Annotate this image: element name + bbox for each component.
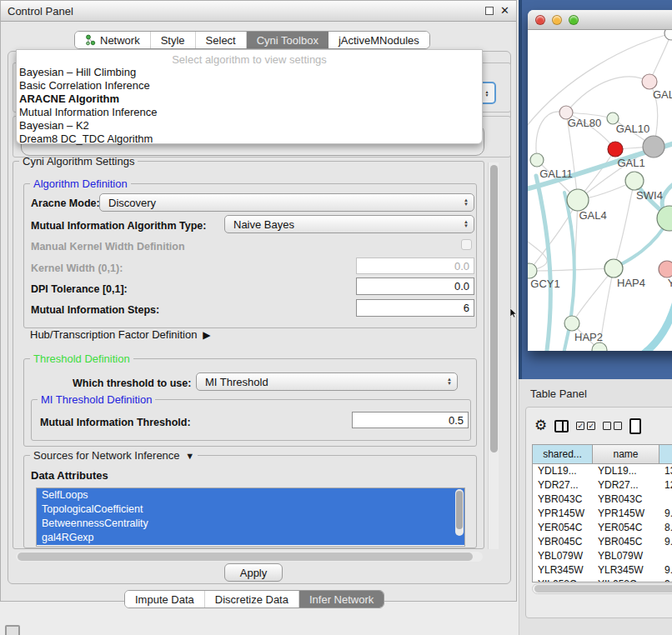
control-panel-tabs: NetworkStyleSelectCyni ToolboxjActiveMNo… bbox=[74, 31, 430, 49]
table-subpanel: ⚙ shared...name YDL19...YDL19...13YDR27.… bbox=[525, 407, 672, 618]
apply-button[interactable]: Apply bbox=[224, 563, 283, 582]
table-row[interactable]: YBL079WYBL079W bbox=[533, 549, 672, 563]
mi-threshold-field[interactable]: 0.5 bbox=[352, 412, 469, 428]
gear-icon[interactable]: ⚙ bbox=[534, 418, 547, 433]
mi-steps-label: Mutual Information Steps: bbox=[31, 304, 159, 316]
node-label-gal4: GAL4 bbox=[579, 209, 606, 222]
table-panel-section: Table Panel ⚙ shared...name YDL19...YDL1… bbox=[519, 379, 672, 635]
network-node-8[interactable] bbox=[567, 189, 589, 211]
checked-pair-icon[interactable] bbox=[576, 422, 595, 430]
threshold-definition-title: Threshold Definition bbox=[30, 352, 133, 365]
split-columns-icon[interactable] bbox=[554, 420, 569, 432]
node-label-gal80: GAL80 bbox=[568, 117, 601, 129]
minimize-traffic-light[interactable] bbox=[552, 15, 562, 25]
mi-type-select[interactable]: Naive Bayes ▲▼ bbox=[224, 215, 474, 233]
mi-type-label: Mutual Information Algorithm Type: bbox=[31, 220, 206, 232]
algorithm-option-aracne-algorithm[interactable]: ARACNE Algorithm bbox=[17, 92, 482, 106]
close-traffic-light[interactable] bbox=[535, 15, 545, 25]
table-row[interactable]: YBR045CYBR045C9. bbox=[533, 535, 672, 549]
algorithm-definition-title: Algorithm Definition bbox=[30, 178, 131, 190]
network-node-11[interactable] bbox=[604, 259, 623, 278]
table-row[interactable]: YLR345WYLR345W9. bbox=[533, 563, 672, 578]
aracne-mode-select[interactable]: Discovery ▲▼ bbox=[99, 193, 474, 212]
network-node-0[interactable] bbox=[664, 30, 672, 40]
hub-definition-toggle[interactable]: Hub/Transcription Factor Definition ▶ bbox=[30, 328, 211, 341]
unchecked-pair-icon[interactable] bbox=[603, 422, 622, 430]
network-node-6[interactable] bbox=[530, 153, 544, 167]
table-row[interactable]: YER054CYER054C8. bbox=[533, 521, 672, 535]
tab-jactivemnodules[interactable]: jActiveMNodules bbox=[328, 32, 429, 48]
network-window[interactable]: GALGAL80GAL10GAL1GAL11SWI4GAL4GCY1HAP4YH… bbox=[528, 10, 672, 351]
zoom-traffic-light[interactable] bbox=[569, 15, 579, 25]
data-attributes-label: Data Attributes bbox=[31, 469, 108, 482]
bottom-tabs: Impute DataDiscretize DataInfer Network bbox=[124, 590, 384, 608]
node-label-swi4: SWI4 bbox=[636, 189, 663, 202]
attribute-item-selfloops[interactable]: SelfLoops bbox=[37, 488, 464, 502]
table-row[interactable]: YBR043CYBR043C bbox=[533, 492, 672, 507]
network-graph: GALGAL80GAL10GAL1GAL11SWI4GAL4GCY1HAP4YH… bbox=[528, 30, 672, 351]
table-toolbar: ⚙ bbox=[534, 416, 641, 436]
manual-kernel-checkbox[interactable] bbox=[461, 239, 472, 250]
tab-infer-network[interactable]: Infer Network bbox=[299, 591, 384, 608]
attribute-item-betweennesscentrality[interactable]: BetweennessCentrality bbox=[37, 517, 464, 531]
tab-network[interactable]: Network bbox=[75, 32, 151, 48]
attribute-item-topologicalcoefficient[interactable]: TopologicalCoefficient bbox=[37, 502, 464, 517]
table-row[interactable]: YDR27...YDR27...12 bbox=[533, 478, 672, 492]
collapse-down-icon[interactable]: ▼ bbox=[183, 451, 194, 461]
table-row[interactable]: YPR145WYPR145W9. bbox=[533, 507, 672, 521]
network-node-10[interactable] bbox=[528, 263, 537, 278]
dpi-tolerance-field[interactable]: 0.0 bbox=[356, 278, 474, 295]
settings-horizontal-scrollbar[interactable] bbox=[16, 552, 483, 562]
page-icon[interactable] bbox=[629, 418, 641, 434]
network-node-12[interactable] bbox=[659, 261, 672, 278]
tab-discretize-data[interactable]: Discretize Data bbox=[205, 591, 299, 608]
column-header-2[interactable] bbox=[659, 445, 672, 463]
attribute-item-gal4rgexp[interactable]: gal4RGexp bbox=[37, 531, 464, 545]
algorithm-option-dream8-dc-tdc-algorithm[interactable]: Dream8 DC_TDC Algorithm bbox=[17, 132, 482, 146]
column-header-shared[interactable]: shared... bbox=[533, 445, 593, 463]
tab-impute-data[interactable]: Impute Data bbox=[125, 591, 205, 608]
network-node-14[interactable] bbox=[592, 342, 607, 351]
algorithm-dropdown: Select algorithm to view settings Bayesi… bbox=[16, 49, 483, 144]
which-threshold-select[interactable]: MI Threshold ▲▼ bbox=[196, 372, 458, 391]
network-node-5[interactable] bbox=[643, 136, 664, 158]
algorithm-option-bayesian-hill-climbing[interactable]: Bayesian – Hill Climbing bbox=[17, 66, 482, 79]
mi-steps-field[interactable]: 6 bbox=[356, 299, 474, 317]
dock-panel-icon[interactable] bbox=[5, 625, 20, 635]
table-horizontal-scrollbar[interactable] bbox=[532, 583, 672, 594]
kernel-width-label: Kernel Width (0,1): bbox=[31, 262, 123, 274]
node-label-gal11: GAL11 bbox=[539, 168, 573, 180]
tab-select[interactable]: Select bbox=[196, 32, 247, 48]
network-canvas[interactable]: GALGAL80GAL10GAL1GAL11SWI4GAL4GCY1HAP4YH… bbox=[528, 30, 672, 351]
control-panel-window: Control Panel ✕ NetworkStyleSelectCyni T… bbox=[0, 0, 517, 602]
kernel-width-field[interactable]: 0.0 bbox=[356, 258, 474, 274]
close-icon[interactable]: ✕ bbox=[500, 7, 509, 15]
tab-cyni-toolbox[interactable]: Cyni Toolbox bbox=[247, 32, 328, 48]
network-node-1[interactable] bbox=[642, 74, 657, 89]
network-node-7[interactable] bbox=[625, 172, 644, 190]
network-window-titlebar bbox=[528, 10, 672, 30]
column-header-name[interactable]: name bbox=[593, 445, 659, 463]
network-node-4[interactable] bbox=[608, 142, 623, 157]
node-attribute-table[interactable]: shared...name YDL19...YDL19...13YDR27...… bbox=[532, 444, 672, 582]
node-label-hap4: HAP4 bbox=[617, 277, 645, 289]
node-label-gal1: GAL1 bbox=[617, 157, 644, 169]
which-threshold-label: Which threshold to use: bbox=[73, 378, 191, 389]
node-label-gcy1: GCY1 bbox=[530, 278, 559, 290]
node-label-hap2: HAP2 bbox=[574, 331, 603, 343]
algorithm-option-mutual-information-inference[interactable]: Mutual Information Inference bbox=[17, 106, 482, 119]
algorithm-option-bayesian-k2[interactable]: Bayesian – K2 bbox=[17, 119, 482, 132]
tab-style[interactable]: Style bbox=[151, 32, 196, 48]
sources-title: Sources for Network Inference ▼ bbox=[30, 449, 198, 462]
algorithm-option-basic-correlation-inference[interactable]: Basic Correlation Inference bbox=[17, 79, 482, 92]
settings-vertical-scrollbar[interactable] bbox=[488, 162, 499, 549]
expand-right-icon: ▶ bbox=[200, 329, 211, 341]
data-attributes-list[interactable]: SelfLoopsTopologicalCoefficientBetweenne… bbox=[36, 488, 465, 547]
float-window-icon[interactable] bbox=[485, 7, 494, 15]
network-node-13[interactable] bbox=[564, 316, 579, 331]
table-row[interactable]: YIL052CYIL052C9 bbox=[533, 578, 672, 582]
attributes-scrollbar[interactable] bbox=[455, 489, 464, 536]
combo-arrows-icon: ▲▼ bbox=[447, 378, 452, 386]
combo-arrows-icon: ▲▼ bbox=[464, 198, 469, 207]
table-row[interactable]: YDL19...YDL19...13 bbox=[533, 464, 672, 478]
